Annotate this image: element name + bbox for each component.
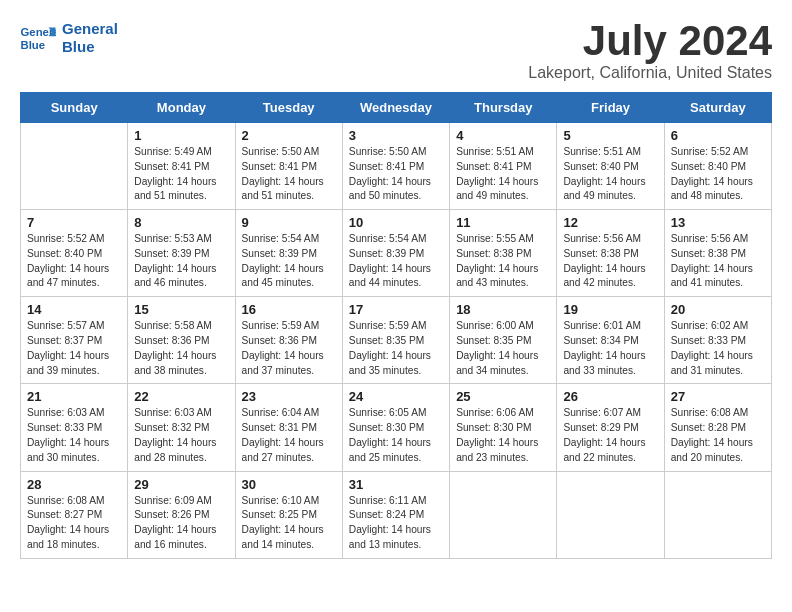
calendar-cell: 14 Sunrise: 5:57 AM Sunset: 8:37 PM Dayl…	[21, 297, 128, 384]
day-number: 26	[563, 389, 657, 404]
calendar-cell: 23 Sunrise: 6:04 AM Sunset: 8:31 PM Dayl…	[235, 384, 342, 471]
sunset-text: Sunset: 8:25 PM	[242, 508, 336, 523]
sunset-text: Sunset: 8:30 PM	[349, 421, 443, 436]
daylight-text: Daylight: 14 hours and 38 minutes.	[134, 349, 228, 379]
sunset-text: Sunset: 8:41 PM	[349, 160, 443, 175]
calendar-cell: 7 Sunrise: 5:52 AM Sunset: 8:40 PM Dayli…	[21, 210, 128, 297]
daylight-text: Daylight: 14 hours and 43 minutes.	[456, 262, 550, 292]
calendar-cell: 17 Sunrise: 5:59 AM Sunset: 8:35 PM Dayl…	[342, 297, 449, 384]
day-number: 18	[456, 302, 550, 317]
calendar-cell: 21 Sunrise: 6:03 AM Sunset: 8:33 PM Dayl…	[21, 384, 128, 471]
calendar-cell: 28 Sunrise: 6:08 AM Sunset: 8:27 PM Dayl…	[21, 471, 128, 558]
sunset-text: Sunset: 8:40 PM	[563, 160, 657, 175]
day-number: 29	[134, 477, 228, 492]
calendar-subtitle: Lakeport, California, United States	[528, 64, 772, 82]
cell-info: Sunrise: 5:50 AM Sunset: 8:41 PM Dayligh…	[242, 145, 336, 204]
sunrise-text: Sunrise: 6:09 AM	[134, 494, 228, 509]
sunrise-text: Sunrise: 5:51 AM	[563, 145, 657, 160]
sunset-text: Sunset: 8:38 PM	[456, 247, 550, 262]
sunrise-text: Sunrise: 5:54 AM	[349, 232, 443, 247]
weekday-header-tuesday: Tuesday	[235, 93, 342, 123]
calendar-cell: 13 Sunrise: 5:56 AM Sunset: 8:38 PM Dayl…	[664, 210, 771, 297]
calendar-title: July 2024	[528, 20, 772, 62]
day-number: 6	[671, 128, 765, 143]
daylight-text: Daylight: 14 hours and 49 minutes.	[456, 175, 550, 205]
sunrise-text: Sunrise: 5:56 AM	[671, 232, 765, 247]
cell-info: Sunrise: 6:09 AM Sunset: 8:26 PM Dayligh…	[134, 494, 228, 553]
calendar-cell	[21, 123, 128, 210]
day-number: 21	[27, 389, 121, 404]
sunrise-text: Sunrise: 5:53 AM	[134, 232, 228, 247]
week-row-2: 7 Sunrise: 5:52 AM Sunset: 8:40 PM Dayli…	[21, 210, 772, 297]
cell-info: Sunrise: 6:05 AM Sunset: 8:30 PM Dayligh…	[349, 406, 443, 465]
sunset-text: Sunset: 8:39 PM	[134, 247, 228, 262]
sunset-text: Sunset: 8:41 PM	[134, 160, 228, 175]
cell-info: Sunrise: 6:11 AM Sunset: 8:24 PM Dayligh…	[349, 494, 443, 553]
cell-info: Sunrise: 5:58 AM Sunset: 8:36 PM Dayligh…	[134, 319, 228, 378]
sunrise-text: Sunrise: 6:02 AM	[671, 319, 765, 334]
daylight-text: Daylight: 14 hours and 31 minutes.	[671, 349, 765, 379]
sunset-text: Sunset: 8:37 PM	[27, 334, 121, 349]
sunset-text: Sunset: 8:40 PM	[27, 247, 121, 262]
day-number: 31	[349, 477, 443, 492]
sunrise-text: Sunrise: 6:00 AM	[456, 319, 550, 334]
sunset-text: Sunset: 8:28 PM	[671, 421, 765, 436]
sunset-text: Sunset: 8:39 PM	[349, 247, 443, 262]
cell-info: Sunrise: 5:55 AM Sunset: 8:38 PM Dayligh…	[456, 232, 550, 291]
daylight-text: Daylight: 14 hours and 28 minutes.	[134, 436, 228, 466]
sunrise-text: Sunrise: 5:51 AM	[456, 145, 550, 160]
sunrise-text: Sunrise: 5:54 AM	[242, 232, 336, 247]
daylight-text: Daylight: 14 hours and 51 minutes.	[134, 175, 228, 205]
daylight-text: Daylight: 14 hours and 16 minutes.	[134, 523, 228, 553]
logo-line2: Blue	[62, 38, 118, 56]
sunrise-text: Sunrise: 5:58 AM	[134, 319, 228, 334]
daylight-text: Daylight: 14 hours and 45 minutes.	[242, 262, 336, 292]
calendar-cell: 4 Sunrise: 5:51 AM Sunset: 8:41 PM Dayli…	[450, 123, 557, 210]
week-row-1: 1 Sunrise: 5:49 AM Sunset: 8:41 PM Dayli…	[21, 123, 772, 210]
logo-icon: General Blue	[20, 24, 56, 52]
sunrise-text: Sunrise: 5:55 AM	[456, 232, 550, 247]
logo-line1: General	[62, 20, 118, 38]
cell-info: Sunrise: 5:53 AM Sunset: 8:39 PM Dayligh…	[134, 232, 228, 291]
cell-info: Sunrise: 5:59 AM Sunset: 8:35 PM Dayligh…	[349, 319, 443, 378]
sunset-text: Sunset: 8:40 PM	[671, 160, 765, 175]
week-row-4: 21 Sunrise: 6:03 AM Sunset: 8:33 PM Dayl…	[21, 384, 772, 471]
day-number: 12	[563, 215, 657, 230]
calendar-cell: 20 Sunrise: 6:02 AM Sunset: 8:33 PM Dayl…	[664, 297, 771, 384]
daylight-text: Daylight: 14 hours and 35 minutes.	[349, 349, 443, 379]
page-header: General Blue General Blue July 2024 Lake…	[20, 20, 772, 82]
calendar-cell: 27 Sunrise: 6:08 AM Sunset: 8:28 PM Dayl…	[664, 384, 771, 471]
sunrise-text: Sunrise: 6:11 AM	[349, 494, 443, 509]
day-number: 13	[671, 215, 765, 230]
cell-info: Sunrise: 5:49 AM Sunset: 8:41 PM Dayligh…	[134, 145, 228, 204]
calendar-cell: 15 Sunrise: 5:58 AM Sunset: 8:36 PM Dayl…	[128, 297, 235, 384]
cell-info: Sunrise: 6:02 AM Sunset: 8:33 PM Dayligh…	[671, 319, 765, 378]
sunrise-text: Sunrise: 6:07 AM	[563, 406, 657, 421]
weekday-header-saturday: Saturday	[664, 93, 771, 123]
daylight-text: Daylight: 14 hours and 27 minutes.	[242, 436, 336, 466]
week-row-3: 14 Sunrise: 5:57 AM Sunset: 8:37 PM Dayl…	[21, 297, 772, 384]
day-number: 5	[563, 128, 657, 143]
calendar-cell: 8 Sunrise: 5:53 AM Sunset: 8:39 PM Dayli…	[128, 210, 235, 297]
cell-info: Sunrise: 5:57 AM Sunset: 8:37 PM Dayligh…	[27, 319, 121, 378]
daylight-text: Daylight: 14 hours and 22 minutes.	[563, 436, 657, 466]
cell-info: Sunrise: 6:03 AM Sunset: 8:33 PM Dayligh…	[27, 406, 121, 465]
calendar-cell: 31 Sunrise: 6:11 AM Sunset: 8:24 PM Dayl…	[342, 471, 449, 558]
daylight-text: Daylight: 14 hours and 18 minutes.	[27, 523, 121, 553]
calendar-cell: 12 Sunrise: 5:56 AM Sunset: 8:38 PM Dayl…	[557, 210, 664, 297]
calendar-table: SundayMondayTuesdayWednesdayThursdayFrid…	[20, 92, 772, 559]
day-number: 20	[671, 302, 765, 317]
day-number: 1	[134, 128, 228, 143]
sunset-text: Sunset: 8:31 PM	[242, 421, 336, 436]
day-number: 25	[456, 389, 550, 404]
calendar-cell: 30 Sunrise: 6:10 AM Sunset: 8:25 PM Dayl…	[235, 471, 342, 558]
calendar-cell: 25 Sunrise: 6:06 AM Sunset: 8:30 PM Dayl…	[450, 384, 557, 471]
sunrise-text: Sunrise: 5:57 AM	[27, 319, 121, 334]
calendar-body: 1 Sunrise: 5:49 AM Sunset: 8:41 PM Dayli…	[21, 123, 772, 559]
day-number: 17	[349, 302, 443, 317]
calendar-cell: 29 Sunrise: 6:09 AM Sunset: 8:26 PM Dayl…	[128, 471, 235, 558]
cell-info: Sunrise: 6:08 AM Sunset: 8:28 PM Dayligh…	[671, 406, 765, 465]
cell-info: Sunrise: 5:54 AM Sunset: 8:39 PM Dayligh…	[242, 232, 336, 291]
day-number: 22	[134, 389, 228, 404]
sunset-text: Sunset: 8:39 PM	[242, 247, 336, 262]
